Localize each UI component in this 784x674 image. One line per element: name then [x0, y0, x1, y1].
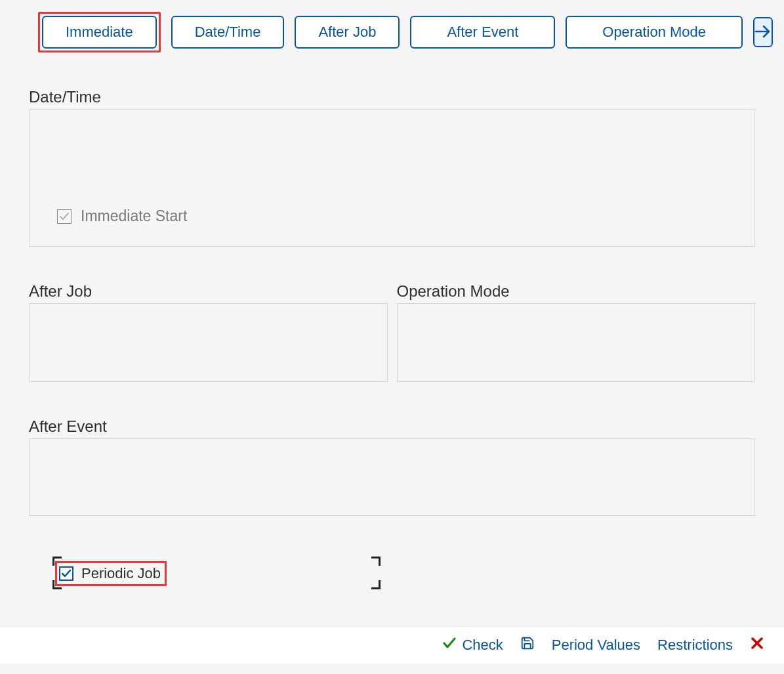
afterevent-section-title: After Event: [29, 417, 755, 436]
periodic-job-focus-frame: Periodic Job: [52, 557, 381, 589]
afterjob-panel: [29, 303, 388, 382]
immediate-start-row: Immediate Start: [57, 207, 187, 225]
highlight-periodic-job: Periodic Job: [55, 561, 167, 586]
operationmode-section-title: Operation Mode: [397, 282, 756, 301]
close-button[interactable]: [750, 636, 764, 654]
afterevent-panel: [29, 438, 755, 516]
next-arrow-button[interactable]: [753, 17, 773, 47]
afterjob-button[interactable]: After Job: [295, 16, 400, 49]
check-icon: [59, 211, 70, 222]
datetime-panel: Immediate Start: [29, 109, 755, 247]
immediate-button[interactable]: Immediate: [42, 16, 157, 49]
check-icon: [442, 636, 457, 654]
operationmode-button[interactable]: Operation Mode: [566, 16, 743, 49]
datetime-button[interactable]: Date/Time: [171, 16, 285, 49]
selection-corner-icon: [371, 557, 381, 566]
save-button[interactable]: [520, 636, 535, 654]
immediate-start-label: Immediate Start: [81, 207, 187, 225]
datetime-section-title: Date/Time: [29, 88, 755, 106]
close-icon: [750, 636, 764, 654]
check-icon: [61, 568, 72, 579]
save-icon: [520, 636, 535, 654]
highlight-immediate: Immediate: [38, 12, 161, 53]
periodic-job-checkbox[interactable]: [59, 566, 73, 581]
arrow-right-icon: [754, 24, 772, 41]
afterevent-button[interactable]: After Event: [410, 16, 555, 49]
immediate-start-checkbox[interactable]: [57, 209, 72, 224]
afterjob-section-title: After Job: [29, 282, 388, 301]
tab-bar: Immediate Date/Time After Job After Even…: [0, 0, 784, 53]
selection-corner-icon: [371, 580, 381, 589]
footer-toolbar: Check Period Values Restrictions: [0, 626, 784, 663]
period-values-button[interactable]: Period Values: [552, 637, 640, 654]
periodic-job-label: Periodic Job: [81, 565, 161, 582]
check-button[interactable]: Check: [442, 636, 503, 654]
restrictions-button[interactable]: Restrictions: [657, 637, 733, 654]
operationmode-panel: [397, 303, 756, 382]
check-button-label: Check: [462, 637, 503, 654]
